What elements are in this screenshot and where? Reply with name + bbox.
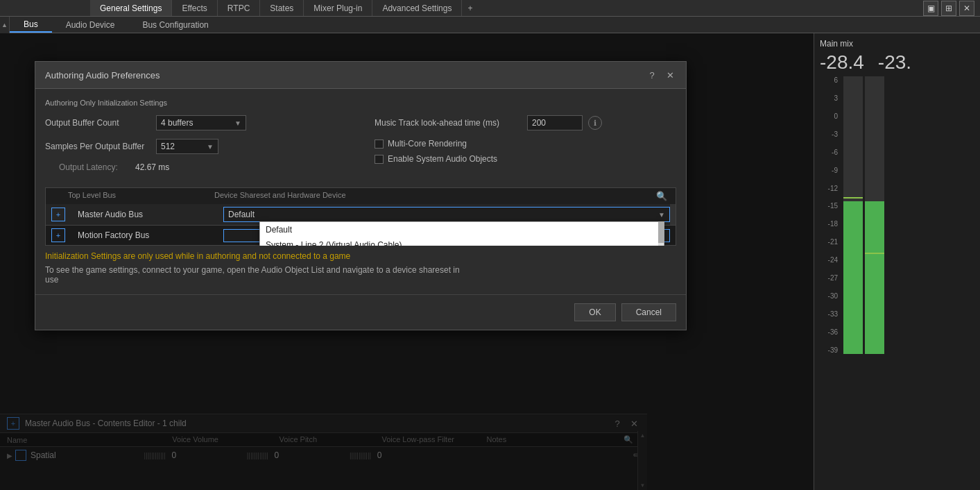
bus-row-master-label: Master Audio Bus — [78, 210, 223, 219]
tab-mixer-plugin[interactable]: Mixer Plug-in — [304, 0, 372, 16]
system-audio-label: Enable System Audio Objects — [388, 154, 497, 164]
music-track-label: Music Track look-ahead time (ms) — [375, 118, 527, 128]
output-latency-label: Output Latency: — [59, 162, 135, 172]
bus-dropdown-arrow-icon: ▼ — [658, 211, 665, 219]
output-buffer-arrow-icon: ▼ — [234, 119, 241, 127]
dialog-help-btn[interactable]: ? — [646, 69, 658, 81]
dropdown-scrollbar[interactable] — [658, 222, 664, 246]
warning-text: Initialization Settings are only used wh… — [45, 251, 676, 261]
dialog-authoring-prefs: Authoring Audio Preferences ? ✕ Authorin… — [35, 61, 687, 330]
bus-row-motion-label: Motion Factory Bus — [78, 230, 223, 240]
second-tab-bar: ▲ Bus Audio Device Bus Configuration — [0, 17, 980, 33]
output-buffer-label: Output Buffer Count — [45, 118, 156, 128]
system-audio-checkbox[interactable] — [375, 155, 384, 164]
vu-bar-left — [843, 76, 863, 354]
tab-general-settings[interactable]: General Settings — [90, 0, 172, 16]
bus-row-master-value: Default — [228, 210, 255, 219]
info-icon[interactable]: ℹ — [588, 116, 602, 130]
multi-core-row: Multi-Core Rendering — [375, 139, 676, 149]
multi-core-checkbox[interactable] — [375, 140, 384, 149]
scroll-left-btn[interactable]: ▲ — [0, 17, 10, 33]
bus-header-col2: Device Shareset and Hardware Device — [214, 191, 653, 201]
bus-row-master-dropdown[interactable]: Default ▼ Default System - Line 2 (Virtu… — [223, 207, 670, 222]
tab-states[interactable]: States — [260, 0, 304, 16]
vu-bar-right-fill — [865, 201, 884, 354]
window-tile-btn[interactable]: ⊞ — [941, 1, 956, 16]
tab-add-button[interactable]: + — [462, 1, 478, 15]
window-restore-btn[interactable]: ▣ — [923, 1, 938, 16]
second-tab-audio-device[interactable]: Audio Device — [52, 17, 129, 33]
vu-bars — [843, 76, 974, 354]
vu-bar-right — [865, 76, 884, 354]
bus-header-spacer — [51, 191, 68, 201]
samples-arrow-icon: ▼ — [207, 143, 214, 151]
tab-advanced-settings[interactable]: Advanced Settings — [372, 0, 462, 16]
dialog-title: Authoring Audio Preferences — [45, 70, 160, 81]
window-close-btn[interactable]: ✕ — [959, 1, 974, 16]
second-tab-bus-config[interactable]: Bus Configuration — [128, 17, 222, 33]
vu-peak-right — [865, 253, 884, 254]
ok-button[interactable]: OK — [574, 303, 615, 321]
dropdown-item-line2[interactable]: System - Line 2 (Virtual Audio Cable) — [260, 237, 664, 246]
dropdown-list: Default System - Line 2 (Virtual Audio C… — [259, 221, 664, 246]
samples-label: Samples Per Output Buffer — [45, 142, 156, 151]
vu-scale: 6 3 0 -3 -6 -9 -12 -15 -18 -21 -24 -27 -… — [820, 76, 841, 354]
top-tab-bar: General Settings Effects RTPC States Mix… — [0, 0, 980, 17]
form-col-right: Music Track look-ahead time (ms) ℹ Multi… — [375, 115, 676, 180]
bus-header-col1: Top Level Bus — [68, 191, 214, 201]
bus-table-header: Top Level Bus Device Shareset and Hardwa… — [45, 187, 676, 204]
bus-table-wrapper: Top Level Bus Device Shareset and Hardwa… — [45, 187, 676, 246]
multi-core-label: Multi-Core Rendering — [388, 139, 467, 149]
form-col-left: Output Buffer Count 4 buffers ▼ Samples … — [45, 115, 347, 180]
form-two-col: Output Buffer Count 4 buffers ▼ Samples … — [45, 115, 676, 180]
bus-row-expand-icon[interactable]: + — [51, 208, 65, 221]
output-buffer-select[interactable]: 4 buffers ▼ — [156, 115, 246, 130]
vu-value-left: -28.4 — [820, 51, 864, 74]
main-layout: Authoring Audio Preferences ? ✕ Authorin… — [0, 33, 980, 490]
dialog-title-icons: ? ✕ — [646, 69, 676, 81]
samples-row: Samples Per Output Buffer 512 ▼ — [45, 139, 347, 154]
system-audio-row: Enable System Audio Objects — [375, 154, 676, 164]
bus-scrollbar[interactable] — [670, 204, 676, 225]
bus-row-master: + Master Audio Bus Default ▼ Default Sys… — [45, 204, 676, 226]
info-text: To see the game settings, connect to you… — [45, 265, 475, 285]
vu-bar-left-fill — [843, 201, 863, 354]
samples-select[interactable]: 512 ▼ — [156, 139, 218, 154]
output-buffer-row: Output Buffer Count 4 buffers ▼ — [45, 115, 347, 130]
dialog-close-btn[interactable]: ✕ — [664, 69, 676, 81]
tab-effects[interactable]: Effects — [172, 0, 217, 16]
dropdown-scrollbar-thumb — [658, 222, 664, 243]
music-track-input[interactable] — [527, 115, 583, 130]
dialog-title-bar: Authoring Audio Preferences ? ✕ — [35, 62, 686, 89]
vu-meter-container: 6 3 0 -3 -6 -9 -12 -15 -18 -21 -24 -27 -… — [820, 76, 974, 354]
vu-values: -28.4 -23. — [820, 51, 974, 74]
cancel-button[interactable]: Cancel — [621, 303, 676, 321]
second-tab-bus[interactable]: Bus — [10, 17, 52, 33]
left-panel: Authoring Audio Preferences ? ✕ Authorin… — [0, 33, 814, 490]
dialog-footer: OK Cancel — [35, 294, 686, 330]
right-panel: Main mix -28.4 -23. 6 3 0 -3 -6 -9 -12 -… — [814, 33, 980, 490]
tab-rtpc[interactable]: RTPC — [218, 0, 260, 16]
vu-value-right: -23. — [878, 51, 911, 74]
vu-peak-left — [843, 197, 863, 198]
bus-row-motion-expand-icon[interactable]: + — [51, 228, 65, 242]
right-panel-title: Main mix — [820, 39, 974, 49]
section-label: Authoring Only Initialization Settings — [45, 99, 676, 107]
music-track-row: Music Track look-ahead time (ms) ℹ — [375, 115, 676, 130]
output-latency-row: Output Latency: 42.67 ms — [45, 162, 347, 172]
output-latency-value: 42.67 ms — [135, 162, 169, 172]
bus-header-search-icon[interactable]: 🔍 — [653, 191, 670, 201]
dialog-body: Authoring Only Initialization Settings O… — [35, 89, 686, 294]
dropdown-item-default[interactable]: Default — [260, 222, 664, 237]
